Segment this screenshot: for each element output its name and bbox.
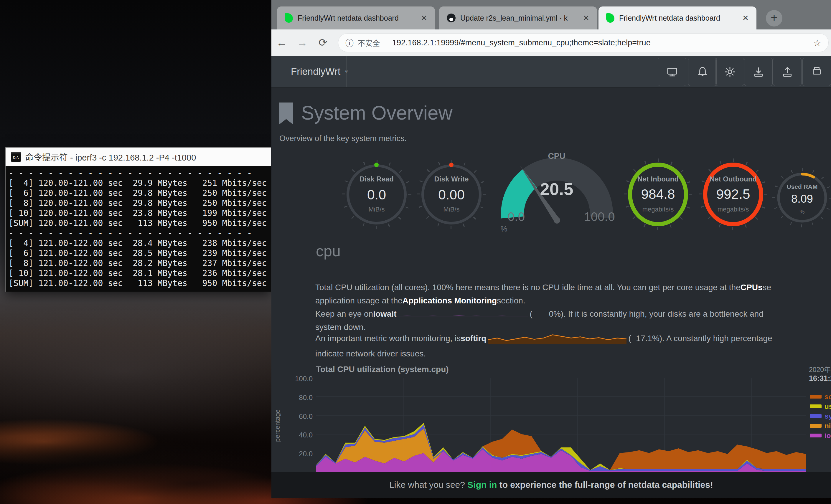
bookmark-star-icon[interactable]: ☆ (813, 38, 821, 48)
cmd-icon: C:\ (11, 152, 21, 162)
cpu-gauge-min: 0.0 (508, 210, 525, 224)
gauge-net-inbound: Net Inbound 984.8 megabits/s (624, 158, 692, 230)
cpu-description-line2: application usage at the Applications Mo… (315, 294, 831, 307)
legend-item-nice[interactable]: nice (810, 421, 831, 431)
alarms-button[interactable] (688, 58, 717, 86)
y-tick-label: 20.0 (292, 450, 313, 458)
legend-swatch (810, 395, 822, 398)
legend-swatch (810, 414, 822, 418)
cpu-gauge-max: 100.0 (584, 210, 615, 224)
terminal-line: - - - - - - - - - - - - - - - - - - - - … (8, 168, 271, 178)
cpu-description-line1: Total CPU utilization (all cores). 100% … (315, 281, 831, 294)
gauge-disk-read: Disk Read 0.0 MiB/s (342, 160, 411, 229)
printer-icon (811, 66, 823, 78)
import-button[interactable] (744, 58, 773, 86)
reload-button[interactable]: ⟳ (313, 36, 333, 49)
terminal-output[interactable]: - - - - - - - - - - - - - - - - - - - - … (6, 166, 271, 292)
forward-button[interactable]: → (292, 36, 313, 49)
url-text[interactable]: 192.168.2.1:19999/#menu_system_submenu_c… (392, 38, 810, 48)
tab-divider (437, 11, 437, 25)
cpu-gauge-unit: % (500, 225, 507, 233)
terminal-line: [ 8] 121.00-122.00 sec 28.2 MBytes 237 M… (8, 258, 271, 268)
download-icon (753, 66, 765, 78)
gauge-cpu: CPU 20.5 0.0 % 100.0 (493, 147, 620, 236)
bell-icon (697, 66, 709, 78)
terminal-line: [ 10] 120.00-121.00 sec 23.8 MBytes 199 … (8, 208, 271, 218)
legend-label: iowait (825, 432, 831, 440)
cpu-description-line3: Keep an eye on iowait (0%). If it is con… (315, 307, 831, 321)
terminal-window[interactable]: C:\ 命令提示符 - iperf3 -c 192.168.1.2 -P4 -t… (5, 147, 271, 292)
chart-datetime: 2020年3 16:31:2 (809, 364, 831, 383)
terminal-line: [ 8] 120.00-121.00 sec 29.8 MBytes 250 M… (8, 198, 271, 208)
section-title-cpu: cpu (316, 242, 341, 260)
terminal-line: [ 4] 120.00-121.00 sec 29.9 MBytes 251 M… (8, 178, 271, 188)
netdata-navbar: FriendlyWrt ▾ (271, 56, 831, 88)
tab-friendlywrt-2-active[interactable]: FriendlyWrt netdata dashboard ✕ (599, 6, 756, 29)
banner-text: Like what you see? (389, 480, 467, 490)
gauge-net-outbound: Net Outbound 992.5 megabits/s (699, 158, 767, 230)
tab-label: FriendlyWrt netdata dashboard (619, 14, 737, 22)
address-bar[interactable]: ⓘ 不安全 192.168.2.1:19999/#menu_system_sub… (338, 33, 829, 52)
banner-text-bold: to experience the full-range of netdata … (497, 480, 713, 490)
upload-icon (781, 66, 793, 78)
applications-monitoring-link[interactable]: Applications Monitoring (403, 294, 497, 307)
tab-github[interactable]: Update r2s_lean_minimal.yml · k ✕ (439, 6, 597, 29)
terminal-line: [ 4] 121.00-122.00 sec 28.4 MBytes 238 M… (8, 238, 271, 248)
settings-button[interactable] (715, 58, 744, 86)
cpus-link[interactable]: CPUs (741, 281, 763, 294)
terminal-line: [SUM] 120.00-121.00 sec 113 MBytes 950 M… (8, 218, 271, 228)
gauge-used-ram: Used RAM 8.09 % (776, 172, 828, 224)
nodes-view-button[interactable] (658, 58, 686, 86)
omnibox-divider (386, 37, 386, 48)
legend-item-iowait[interactable]: iowait (810, 431, 831, 440)
tab-close-icon[interactable]: ✕ (581, 13, 591, 23)
host-dropdown[interactable]: FriendlyWrt ▾ (291, 56, 348, 87)
tab-strip: FriendlyWrt netdata dashboard ✕ Update r… (271, 0, 831, 29)
sign-in-link[interactable]: Sign in (467, 480, 497, 490)
tab-close-icon[interactable]: ✕ (741, 13, 750, 23)
page-subtitle: Overview of the key system metrics. (279, 134, 407, 143)
y-tick-label: 80.0 (292, 393, 313, 402)
y-tick-label: 60.0 (292, 412, 313, 421)
bookmark-icon (279, 102, 293, 124)
terminal-line: [SUM] 121.00-122.00 sec 113 MBytes 950 M… (8, 278, 271, 288)
gauge-disk-write: Disk Write 0.00 MiB/s (417, 160, 486, 229)
signin-banner: Like what you see? Sign in to experience… (271, 472, 831, 498)
cpu-gauge-label: CPU (548, 151, 565, 160)
github-favicon-icon (447, 13, 456, 22)
legend-label: user (825, 403, 831, 411)
iowait-sparkline (398, 312, 528, 316)
cpu-description-line5: An important metric worth monitoring, is… (315, 332, 831, 345)
tab-friendlywrt-1[interactable]: FriendlyWrt netdata dashboard ✕ (277, 6, 435, 29)
gauge-dot (449, 162, 454, 167)
info-icon[interactable]: ⓘ (345, 37, 354, 49)
terminal-line: [ 6] 121.00-122.00 sec 28.5 MBytes 239 M… (8, 248, 271, 258)
legend-item-system[interactable]: system (810, 411, 831, 421)
legend-swatch (810, 424, 822, 428)
y-tick-label: 100.0 (292, 375, 313, 383)
terminal-line: - - - - - - - - - - - - - - - - - - - - … (8, 228, 271, 238)
page-title: System Overview (301, 102, 452, 123)
netdata-favicon-icon (285, 13, 293, 23)
monitor-icon (666, 66, 678, 78)
legend-swatch (810, 434, 822, 438)
legend-item-softirq[interactable]: softirq (810, 392, 831, 402)
gauge-dot (374, 162, 379, 167)
security-label[interactable]: 不安全 (358, 37, 380, 48)
gear-icon (724, 66, 736, 78)
legend-item-user[interactable]: user (810, 402, 831, 411)
back-button[interactable]: ← (271, 36, 292, 49)
y-axis-label: percentage (274, 410, 281, 442)
chart-title: Total CPU utilization (system.cpu) (316, 365, 449, 374)
y-tick-label: 40.0 (292, 431, 313, 439)
new-tab-button[interactable]: + (766, 10, 782, 27)
export-button[interactable] (773, 58, 802, 86)
cpu-gauge-value: 20.5 (540, 179, 573, 199)
tab-close-icon[interactable]: ✕ (419, 13, 429, 23)
cpu-utilization-chart[interactable] (316, 378, 806, 472)
chart-legend: softirqusersystemniceiowait (810, 392, 831, 440)
tab-label: Update r2s_lean_minimal.yml · k (460, 14, 577, 22)
print-button[interactable] (802, 58, 831, 86)
browser-window: FriendlyWrt netdata dashboard ✕ Update r… (271, 0, 831, 498)
terminal-titlebar[interactable]: C:\ 命令提示符 - iperf3 -c 192.168.1.2 -P4 -t… (6, 148, 271, 166)
